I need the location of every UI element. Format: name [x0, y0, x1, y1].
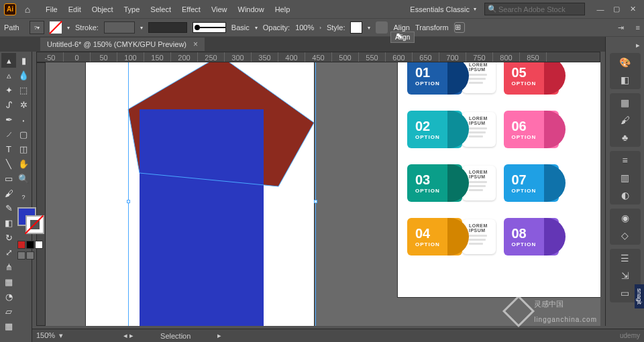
menu-edit[interactable]: Edit — [63, 3, 87, 16]
brushes-panel-icon[interactable]: 🖌 — [618, 113, 633, 127]
workspace-switcher[interactable]: Essentials Classic ▾ — [410, 5, 476, 13]
graphic-styles-panel-icon[interactable]: ◇ — [618, 229, 633, 242]
symbols-panel-icon[interactable]: ♣ — [618, 131, 633, 144]
symbol-sprayer-tool[interactable]: ✲ — [16, 97, 31, 112]
perspective-tool[interactable]: ▱ — [1, 304, 16, 319]
chevron-down-icon[interactable]: ▾ — [368, 25, 370, 31]
hand-tool[interactable]: ✋ — [16, 156, 31, 171]
selection-tool[interactable]: ▴ — [1, 53, 16, 68]
menu-view[interactable]: View — [206, 3, 233, 16]
stroke-label: Stroke: — [75, 23, 99, 32]
transform-button[interactable]: Transform — [415, 23, 449, 32]
chevron-down-icon[interactable]: ▾ — [255, 25, 258, 31]
paintbrush-tool[interactable]: 🖌 — [1, 186, 16, 201]
tab-title: Untitled-6* @ 150% (CMYK/GPU Preview) — [47, 40, 186, 48]
isolate-icon[interactable]: ⊞ — [454, 22, 465, 33]
watermark-text: 灵感中国 — [534, 299, 597, 309]
rectangle-tool[interactable]: ▭ — [1, 171, 16, 186]
close-button[interactable]: ✕ — [625, 3, 640, 16]
zoom-level[interactable]: 150% ▾ — [36, 331, 97, 340]
blend-tool[interactable]: ⬚ — [16, 82, 31, 97]
screen-mode[interactable] — [26, 251, 34, 260]
curvature-tool[interactable]: ⟋ — [1, 127, 16, 141]
option-number: 07 — [512, 172, 527, 188]
opacity-value[interactable]: 100% — [295, 23, 314, 32]
scale-tool[interactable]: ⤢ — [1, 245, 16, 260]
type-tool[interactable]: T — [1, 141, 16, 156]
zoom-tool[interactable]: 🔍 — [16, 171, 31, 186]
line-tool[interactable]: ╲ — [1, 156, 16, 171]
color-guide-panel-icon[interactable]: ◧ — [618, 73, 633, 87]
watermark-icon — [502, 295, 535, 327]
menu-object[interactable]: Object — [87, 3, 119, 16]
option-label: OPTION — [415, 80, 440, 87]
gradient-tool[interactable]: ▮ — [16, 53, 31, 68]
stroke-panel-icon[interactable]: ≡ — [618, 154, 633, 167]
menu-help[interactable]: Help — [270, 3, 296, 16]
menu-select[interactable]: Select — [145, 3, 176, 16]
shaper-tool[interactable]: ✎ — [1, 201, 16, 215]
lasso-tool[interactable]: ᔑ — [1, 97, 16, 112]
free-transform-tool[interactable]: ▦ — [1, 274, 16, 289]
color-panel-icon[interactable]: 🎨 — [618, 56, 633, 69]
artboards-panel-icon[interactable]: ▭ — [618, 286, 633, 300]
color-swatch[interactable] — [17, 241, 25, 249]
eyedropper-tool[interactable]: 💧 — [16, 68, 31, 82]
toggle-fill-stroke[interactable]: ? — [16, 190, 31, 205]
vertical-ruler[interactable] — [36, 62, 46, 326]
shape-builder-tool[interactable]: ◔ — [1, 289, 16, 304]
eraser-tool[interactable]: ◧ — [1, 215, 16, 230]
canvas[interactable]: 01OPTIONLOREM IPSUM05OPTION02OPTIONLOREM… — [46, 62, 600, 326]
color-mode-row — [16, 239, 46, 250]
snagit-tag: snagit — [635, 284, 644, 308]
magic-wand-tool[interactable]: ✦ — [1, 82, 16, 97]
mesh-tool[interactable]: ▦ — [1, 319, 16, 333]
rotate-tool[interactable]: ↻ — [1, 230, 16, 245]
recolor-icon[interactable] — [376, 21, 388, 34]
menu-window[interactable]: Window — [233, 3, 270, 16]
horizontal-ruler[interactable]: -500501001502002503003504004505005506006… — [36, 52, 600, 62]
slice-tool[interactable]: ◫ — [16, 141, 31, 156]
chevron-down-icon[interactable]: ▾ — [67, 25, 70, 31]
layers-panel-icon[interactable]: ☰ — [618, 251, 633, 265]
color-swatch[interactable] — [26, 241, 34, 249]
tooltip: Align — [390, 32, 415, 43]
gradient-panel-icon[interactable]: ▥ — [618, 171, 633, 184]
transparency-panel-icon[interactable]: ◐ — [618, 188, 633, 202]
maximize-button[interactable]: ▢ — [609, 3, 624, 16]
search-input[interactable] — [498, 5, 582, 13]
menu-file[interactable]: File — [40, 3, 63, 16]
pen-tool[interactable]: ✒ — [1, 112, 16, 127]
graphic-style-swatch[interactable] — [350, 21, 362, 34]
width-tool[interactable]: ⋔ — [1, 260, 16, 274]
search-box[interactable]: 🔍 — [484, 3, 585, 15]
fill-stroke-indicator[interactable] — [16, 207, 46, 237]
direct-selection-tool[interactable]: ▵ — [1, 68, 16, 82]
bounding-box[interactable] — [128, 62, 316, 326]
brush-preview[interactable] — [193, 22, 226, 33]
fill-dropdown[interactable]: ?▾ — [30, 21, 44, 34]
screen-mode[interactable] — [17, 251, 25, 260]
collapse-panels-icon[interactable]: ▸ — [632, 40, 644, 51]
swatches-panel-icon[interactable]: ▦ — [618, 96, 633, 109]
panel-menu-icon[interactable]: ≡ — [636, 23, 640, 32]
document-tab[interactable]: Untitled-6* @ 150% (CMYK/GPU Preview) × — [40, 38, 205, 51]
column-graph-tool[interactable]: ⬪ — [16, 112, 31, 127]
home-icon[interactable]: ⌂ — [21, 3, 34, 15]
stroke-profile[interactable] — [148, 22, 187, 33]
appearance-panel-icon[interactable]: ◉ — [618, 211, 633, 225]
close-tab-icon[interactable]: × — [193, 40, 198, 49]
chevron-down-icon[interactable]: ▾ — [140, 25, 143, 31]
panel-toggle-icon[interactable]: ⇥ — [618, 23, 624, 32]
no-fill-swatch[interactable] — [50, 21, 62, 34]
none-swatch[interactable] — [35, 241, 43, 249]
minimize-button[interactable]: — — [593, 3, 608, 16]
option-label: OPTION — [415, 241, 440, 247]
artboard-tool[interactable]: ▢ — [16, 127, 31, 141]
chevron-right-icon[interactable]: › — [319, 25, 321, 31]
menu-effect[interactable]: Effect — [176, 3, 206, 16]
asset-export-panel-icon[interactable]: ⇲ — [618, 269, 633, 282]
menu-type[interactable]: Type — [119, 3, 146, 16]
control-bar: Path ?▾ ▾ Stroke: ▾ Basic ▾ Opacity: 100… — [0, 18, 644, 37]
stroke-weight-input[interactable] — [104, 21, 135, 34]
